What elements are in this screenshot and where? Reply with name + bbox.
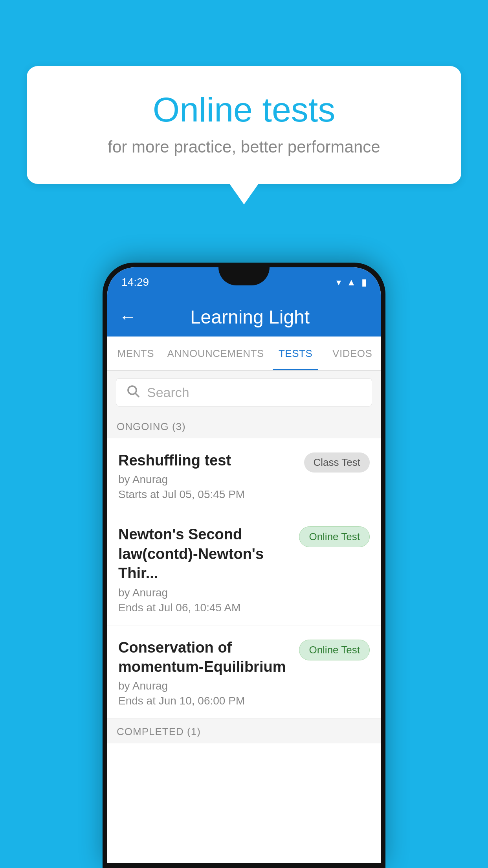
app-title: Learning Light — [148, 306, 352, 328]
test-info-2: Newton's Second law(contd)-Newton's Thir… — [118, 525, 299, 614]
search-input[interactable]: Search — [116, 378, 372, 406]
test-author-1: by Anurag — [118, 473, 296, 486]
status-icons: ▾ ▲ ▮ — [336, 277, 367, 288]
notch — [218, 267, 270, 285]
test-info-1: Reshuffling test by Anurag Starts at Jul… — [118, 451, 304, 501]
test-list: Reshuffling test by Anurag Starts at Jul… — [107, 438, 381, 719]
completed-header-text: COMPLETED (1) — [117, 726, 201, 737]
tab-ments[interactable]: MENTS — [107, 337, 164, 370]
ongoing-section-header: ONGOING (3) — [107, 414, 381, 438]
search-icon — [126, 384, 140, 401]
speech-bubble: Online tests for more practice, better p… — [27, 66, 461, 184]
test-badge-2: Online Test — [299, 526, 370, 547]
back-button[interactable]: ← — [119, 307, 136, 327]
status-time: 14:29 — [121, 276, 149, 289]
tab-announcements[interactable]: ANNOUNCEMENTS — [164, 337, 267, 370]
tab-tests[interactable]: TESTS — [267, 337, 324, 370]
signal-icon: ▲ — [347, 277, 356, 288]
status-bar: 14:29 ▾ ▲ ▮ — [107, 267, 381, 297]
test-item[interactable]: Conservation of momentum-Equilibrium by … — [107, 625, 381, 719]
search-placeholder: Search — [147, 385, 189, 400]
test-item[interactable]: Reshuffling test by Anurag Starts at Jul… — [107, 438, 381, 512]
test-author-2: by Anurag — [118, 587, 291, 599]
test-name-3: Conservation of momentum-Equilibrium — [118, 638, 291, 677]
tabs-bar: MENTS ANNOUNCEMENTS TESTS VIDEOS — [107, 337, 381, 371]
test-badge-3: Online Test — [299, 640, 370, 660]
test-name-2: Newton's Second law(contd)-Newton's Thir… — [118, 525, 291, 583]
battery-icon: ▮ — [361, 277, 367, 288]
test-time-1: Starts at Jul 05, 05:45 PM — [118, 488, 296, 501]
search-container: Search — [107, 371, 381, 414]
phone-frame: 14:29 ▾ ▲ ▮ ← Learning Light MENTS ANNOU… — [103, 263, 385, 868]
bubble-subtitle: for more practice, better performance — [58, 138, 430, 156]
bubble-title: Online tests — [58, 90, 430, 130]
completed-section-header: COMPLETED (1) — [107, 719, 381, 743]
ongoing-header-text: ONGOING (3) — [117, 421, 186, 432]
test-info-3: Conservation of momentum-Equilibrium by … — [118, 638, 299, 708]
test-badge-1: Class Test — [304, 452, 370, 473]
test-name-1: Reshuffling test — [118, 451, 296, 470]
test-time-3: Ends at Jun 10, 06:00 PM — [118, 695, 291, 707]
wifi-icon: ▾ — [336, 277, 341, 288]
test-item[interactable]: Newton's Second law(contd)-Newton's Thir… — [107, 512, 381, 625]
test-time-2: Ends at Jul 06, 10:45 AM — [118, 601, 291, 614]
test-author-3: by Anurag — [118, 680, 291, 692]
phone-inner: 14:29 ▾ ▲ ▮ ← Learning Light MENTS ANNOU… — [107, 267, 381, 863]
app-bar: ← Learning Light — [107, 297, 381, 337]
svg-line-1 — [136, 393, 139, 396]
tab-videos[interactable]: VIDEOS — [324, 337, 381, 370]
